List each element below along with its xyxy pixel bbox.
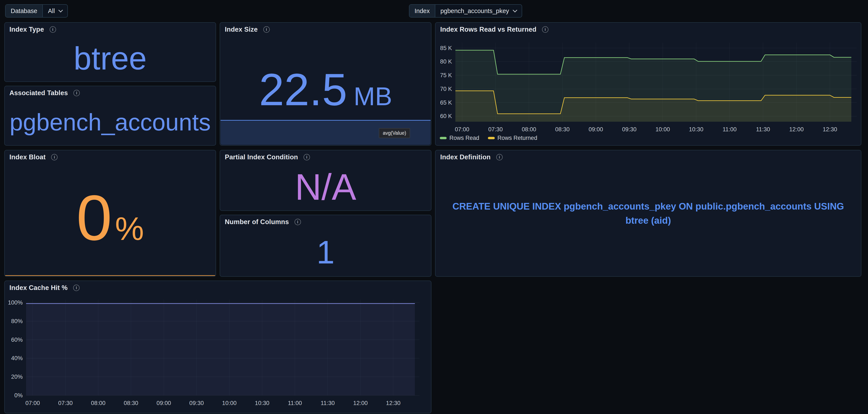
database-picker-label: Database bbox=[6, 5, 43, 17]
panel-title[interactable]: Index Definition bbox=[440, 153, 491, 161]
info-icon[interactable]: i bbox=[496, 154, 503, 160]
svg-text:10:00: 10:00 bbox=[655, 126, 670, 133]
index-type-value: btree bbox=[73, 40, 147, 77]
info-icon[interactable]: i bbox=[294, 219, 301, 225]
legend-swatch-icon bbox=[488, 137, 495, 139]
svg-text:09:30: 09:30 bbox=[189, 400, 204, 406]
svg-text:10:30: 10:30 bbox=[689, 126, 704, 133]
panel-title[interactable]: Associated Tables bbox=[9, 89, 68, 97]
svg-text:09:00: 09:00 bbox=[589, 126, 603, 133]
svg-text:60%: 60% bbox=[11, 337, 23, 343]
panel-partial-index-condition: Partial Index Condition i N/A bbox=[220, 150, 431, 211]
chevron-down-icon bbox=[513, 8, 517, 12]
chevron-down-icon bbox=[58, 8, 63, 12]
svg-text:75 K: 75 K bbox=[440, 72, 452, 78]
info-icon[interactable]: i bbox=[50, 26, 56, 33]
panel-index-definition: Index Definition i CREATE UNIQUE INDEX p… bbox=[435, 150, 861, 277]
panel-index-type: Index Type i btree bbox=[4, 22, 216, 82]
panel-title[interactable]: Partial Index Condition bbox=[225, 153, 298, 161]
svg-text:11:00: 11:00 bbox=[288, 400, 302, 406]
svg-text:40%: 40% bbox=[11, 355, 23, 361]
svg-text:07:00: 07:00 bbox=[455, 126, 469, 133]
panel-number-of-columns: Number of Columns i 1 bbox=[220, 215, 431, 277]
svg-text:11:00: 11:00 bbox=[722, 126, 737, 133]
svg-text:70 K: 70 K bbox=[440, 86, 452, 92]
index-picker[interactable]: Index pgbench_accounts_pkey bbox=[409, 4, 522, 18]
series-label-badge[interactable]: avg(Value) bbox=[379, 128, 410, 138]
info-icon[interactable]: i bbox=[304, 154, 310, 160]
index-definition-value: CREATE UNIQUE INDEX pgbench_accounts_pke… bbox=[435, 150, 861, 276]
index-bloat-sparkline bbox=[5, 275, 215, 276]
panel-index-size: Index Size i 22.5 MB avg(Value) bbox=[220, 22, 431, 146]
svg-text:12:30: 12:30 bbox=[386, 400, 401, 406]
info-icon[interactable]: i bbox=[73, 285, 80, 291]
info-icon[interactable]: i bbox=[263, 26, 270, 33]
svg-text:100%: 100% bbox=[8, 299, 23, 306]
panel-title[interactable]: Index Size bbox=[225, 26, 258, 33]
associated-tables-value: pgbench_accounts bbox=[10, 108, 211, 136]
legend-label: Rows Returned bbox=[498, 135, 537, 141]
svg-text:08:00: 08:00 bbox=[522, 126, 536, 133]
svg-text:80%: 80% bbox=[11, 318, 23, 324]
svg-text:09:30: 09:30 bbox=[622, 126, 637, 133]
legend-item[interactable]: Rows Read bbox=[440, 135, 479, 141]
svg-text:07:30: 07:30 bbox=[488, 126, 503, 133]
svg-text:20%: 20% bbox=[11, 374, 23, 380]
svg-text:65 K: 65 K bbox=[440, 99, 452, 106]
svg-text:08:00: 08:00 bbox=[91, 400, 105, 406]
svg-text:12:30: 12:30 bbox=[823, 126, 837, 133]
dashboard: Database All Index pgbench_accounts_pkey… bbox=[0, 0, 868, 414]
svg-text:08:30: 08:30 bbox=[124, 400, 138, 406]
panel-title[interactable]: Number of Columns bbox=[225, 218, 289, 226]
svg-text:08:30: 08:30 bbox=[555, 126, 569, 133]
index-picker-selected: pgbench_accounts_pkey bbox=[440, 7, 509, 14]
panel-rows-read-vs-returned: Index Rows Read vs Returned i 07:0007:30… bbox=[435, 22, 861, 146]
partial-index-condition-value: N/A bbox=[295, 166, 356, 208]
panel-title[interactable]: Index Type bbox=[9, 26, 44, 33]
panel-title[interactable]: Index Cache Hit % bbox=[9, 284, 68, 292]
legend-label: Rows Read bbox=[450, 135, 479, 141]
rows-chart-legend: Rows ReadRows Returned bbox=[440, 135, 537, 141]
panel-title[interactable]: Index Bloat bbox=[9, 153, 45, 161]
index-bloat-value: 0 bbox=[76, 181, 112, 255]
svg-text:12:00: 12:00 bbox=[789, 126, 804, 133]
index-size-unit: MB bbox=[353, 82, 392, 111]
index-size-value: 22.5 bbox=[259, 64, 347, 116]
legend-item[interactable]: Rows Returned bbox=[488, 135, 537, 141]
legend-swatch-icon bbox=[440, 137, 446, 139]
rows-read-vs-returned-chart[interactable]: 07:0007:3008:0008:3009:0009:3010:0010:30… bbox=[435, 23, 862, 146]
svg-text:07:30: 07:30 bbox=[58, 400, 73, 406]
database-picker-selected: All bbox=[48, 7, 55, 14]
svg-text:11:30: 11:30 bbox=[321, 400, 335, 406]
number-of-columns-value: 1 bbox=[316, 233, 335, 271]
svg-text:07:00: 07:00 bbox=[26, 400, 40, 406]
svg-text:0%: 0% bbox=[14, 392, 23, 399]
info-icon[interactable]: i bbox=[542, 26, 549, 33]
info-icon[interactable]: i bbox=[73, 90, 80, 96]
svg-text:12:00: 12:00 bbox=[353, 400, 368, 406]
svg-text:60 K: 60 K bbox=[440, 113, 452, 119]
panel-title[interactable]: Index Rows Read vs Returned bbox=[440, 26, 536, 33]
info-icon[interactable]: i bbox=[51, 154, 58, 160]
panel-associated-tables: Associated Tables i pgbench_accounts bbox=[4, 86, 216, 146]
index-picker-label: Index bbox=[409, 5, 435, 17]
database-picker-value[interactable]: All bbox=[43, 5, 67, 17]
svg-text:11:30: 11:30 bbox=[756, 126, 770, 133]
database-picker[interactable]: Database All bbox=[5, 4, 68, 18]
svg-text:09:00: 09:00 bbox=[157, 400, 171, 406]
panel-index-cache-hit: Index Cache Hit % i 07:0007:3008:0008:30… bbox=[4, 281, 431, 413]
index-picker-value[interactable]: pgbench_accounts_pkey bbox=[435, 5, 522, 17]
index-cache-hit-chart[interactable]: 07:0007:3008:0008:3009:0009:3010:0010:30… bbox=[5, 281, 432, 414]
svg-text:10:00: 10:00 bbox=[222, 400, 237, 406]
index-bloat-unit: % bbox=[115, 210, 144, 247]
panel-index-bloat: Index Bloat i 0 % bbox=[4, 150, 216, 277]
svg-text:10:30: 10:30 bbox=[255, 400, 270, 406]
svg-text:80 K: 80 K bbox=[440, 58, 452, 65]
svg-text:85 K: 85 K bbox=[440, 45, 452, 51]
